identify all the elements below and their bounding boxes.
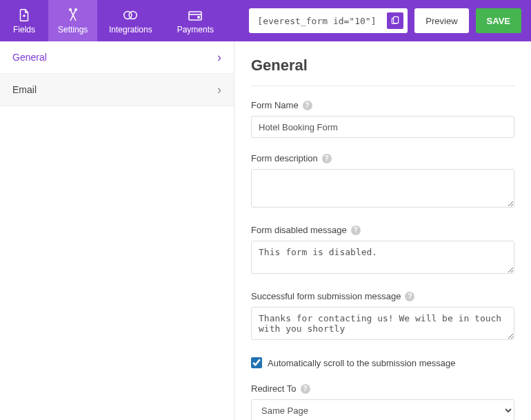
- form-name-label: Form Name ?: [251, 100, 514, 110]
- field-form-description: Form description ?: [251, 153, 514, 210]
- help-icon[interactable]: ?: [322, 154, 332, 163]
- chevron-right-icon: ›: [217, 51, 221, 63]
- autoscroll-checkbox-row[interactable]: Automatically scroll to the submission m…: [251, 357, 514, 368]
- help-icon[interactable]: ?: [405, 292, 414, 301]
- settings-content: General Form Name ? Form description ? F…: [234, 41, 531, 420]
- sidebar-item-label: General: [12, 52, 47, 63]
- tab-payments-label: Payments: [177, 25, 214, 34]
- sidebar-item-email[interactable]: Email ›: [0, 74, 234, 106]
- field-disabled-message: Form disabled message ?: [251, 225, 514, 276]
- tab-settings[interactable]: Settings: [48, 0, 97, 41]
- autoscroll-checkbox[interactable]: [251, 357, 262, 368]
- tab-settings-label: Settings: [58, 25, 88, 34]
- main-area: General › Email › General Form Name ? Fo…: [0, 41, 531, 420]
- tab-integrations[interactable]: Integrations: [97, 0, 163, 41]
- divider: [251, 86, 514, 86]
- sidebar-item-label: Email: [12, 84, 37, 95]
- sidebar-item-general[interactable]: General ›: [0, 41, 234, 74]
- disabled-message-label: Form disabled message ?: [251, 225, 514, 235]
- success-message-label: Successful form submission message ?: [251, 291, 514, 301]
- autoscroll-label: Automatically scroll to the submission m…: [268, 358, 455, 368]
- disabled-message-input[interactable]: [251, 241, 514, 274]
- svg-rect-4: [189, 12, 201, 20]
- help-icon[interactable]: ?: [303, 101, 312, 110]
- field-success-message: Successful form submission message ?: [251, 291, 514, 342]
- toolbar-right: Preview SAVE: [249, 0, 531, 41]
- chevron-right-icon: ›: [217, 83, 221, 96]
- nav-tabs: Fields Settings Integrations Payments: [0, 0, 227, 41]
- shortcode-box: [249, 8, 408, 33]
- svg-point-6: [198, 17, 199, 18]
- tab-integrations-label: Integrations: [109, 25, 152, 34]
- top-toolbar: Fields Settings Integrations Payments: [0, 0, 531, 41]
- redirect-to-select[interactable]: Same Page: [251, 399, 514, 420]
- copy-shortcode-button[interactable]: [387, 12, 403, 29]
- tab-payments[interactable]: Payments: [163, 0, 227, 41]
- payments-icon: [187, 7, 203, 23]
- tab-fields[interactable]: Fields: [0, 0, 48, 41]
- save-button[interactable]: SAVE: [476, 8, 521, 33]
- form-description-input[interactable]: [251, 169, 514, 208]
- integrations-icon: [122, 7, 139, 23]
- preview-button[interactable]: Preview: [414, 8, 468, 33]
- form-description-label: Form description ?: [251, 153, 514, 163]
- shortcode-input[interactable]: [253, 13, 384, 29]
- field-form-name: Form Name ?: [251, 100, 514, 138]
- svg-rect-7: [394, 17, 399, 23]
- svg-point-3: [130, 11, 137, 19]
- page-title: General: [251, 57, 514, 74]
- redirect-to-label: Redirect To ?: [251, 383, 514, 394]
- settings-sidebar: General › Email ›: [0, 41, 234, 420]
- clipboard-icon: [390, 15, 400, 27]
- field-redirect-to: Redirect To ? Same Page: [251, 383, 514, 420]
- file-icon: [16, 7, 32, 23]
- tab-fields-label: Fields: [13, 25, 35, 34]
- success-message-input[interactable]: [251, 307, 514, 340]
- help-icon[interactable]: ?: [301, 384, 310, 394]
- tools-icon: [65, 7, 81, 23]
- help-icon[interactable]: ?: [351, 226, 361, 235]
- form-name-input[interactable]: [251, 116, 514, 138]
